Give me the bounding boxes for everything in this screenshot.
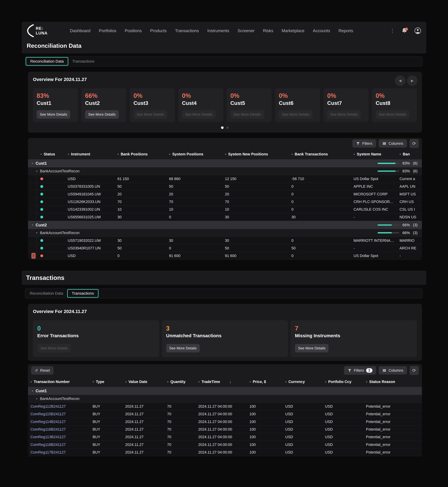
status-dot — [40, 185, 43, 188]
filters-button[interactable]: Filters — [352, 139, 376, 148]
caret-down-icon[interactable]: ▾ — [36, 170, 37, 173]
see-more-details-button[interactable]: See More Details — [295, 344, 328, 353]
see-more-details-button[interactable]: See More Details — [166, 344, 200, 353]
table-row[interactable]: ComReg115B241127BUY2024.11.27702024.11.2… — [28, 410, 422, 418]
account-avatar[interactable] — [414, 27, 421, 34]
carousel-prev-button[interactable]: ◀ — [395, 75, 405, 86]
nav-item-reports[interactable]: Reports — [338, 28, 353, 33]
reset-button[interactable]: ↺ Reset — [31, 366, 54, 375]
table-row[interactable]: USD61 15068 86012 150-56 710US Dollar Sp… — [28, 175, 422, 183]
sort-descending-icon[interactable]: ↓ — [229, 380, 231, 384]
columns-button[interactable]: Columns — [379, 139, 407, 148]
cell-system_new_positions: 10 — [223, 207, 289, 212]
caret-down-icon[interactable]: ▾ — [249, 380, 251, 384]
tx-refresh-button[interactable]: ⟳ — [409, 366, 419, 375]
caret-down-icon[interactable]: ▾ — [167, 380, 168, 384]
caret-down-icon[interactable]: ▾ — [36, 231, 37, 235]
caret-down-icon[interactable]: ▾ — [353, 153, 355, 156]
status-cell: ! — [28, 252, 65, 259]
caret-down-icon[interactable]: ▾ — [125, 380, 127, 384]
caret-down-icon[interactable]: ▾ — [31, 380, 32, 384]
warn-gutter — [31, 190, 37, 198]
tab-reconciliation-data[interactable]: Reconciliation Data — [26, 57, 68, 66]
nav-item-marketplace[interactable]: Marketplace — [282, 28, 304, 33]
progress-bar — [377, 224, 399, 226]
caret-down-icon[interactable]: ▾ — [400, 153, 401, 156]
tab-transactions[interactable]: Transactions — [68, 57, 98, 66]
group-row[interactable]: ▾Cust266%(3) — [28, 221, 422, 229]
table-row[interactable]: US12626K2033.UN7070700CRH PLC-SPONSOR…CR… — [28, 198, 422, 206]
caret-down-icon[interactable]: ▾ — [291, 153, 293, 156]
tx-filters-button[interactable]: Filters 1 — [344, 366, 376, 375]
cell-5: 100 — [247, 435, 283, 439]
see-more-details-button[interactable]: See More Details — [37, 110, 70, 119]
table-row[interactable]: US6556631025.UW3003030-NDSN US — [28, 213, 422, 221]
table-row[interactable]: US5719032022.UW3030300MARRIOTT INTERNA…M… — [28, 237, 422, 244]
caret-down-icon[interactable]: ▾ — [40, 153, 42, 156]
nav-item-products[interactable]: Products — [150, 28, 167, 33]
group-row[interactable]: ▾Cust1 — [28, 387, 422, 395]
nav-item-risks[interactable]: Risks — [263, 28, 273, 33]
cell-system_positions: 20 — [167, 192, 222, 196]
tab-transactions-2[interactable]: Transactions — [67, 289, 98, 298]
table-row[interactable]: US0378331005.UN5050500APPLE INCAAPL UN — [28, 183, 422, 190]
cell-5: 100 — [247, 412, 283, 416]
subgroup-row[interactable]: ▾BankAccountTestRecon — [28, 395, 422, 403]
column-header: ▾Transaction Number — [28, 380, 90, 384]
caret-down-icon[interactable]: ▾ — [32, 389, 33, 393]
caret-down-icon[interactable]: ▾ — [117, 153, 119, 156]
column-header-label: Transaction Number — [34, 380, 70, 384]
nav-item-accounts[interactable]: Accounts — [313, 28, 330, 33]
transaction-number-link[interactable]: ComReg114B241127 — [28, 420, 90, 424]
tx-columns-button[interactable]: Columns — [379, 366, 407, 375]
subgroup-row[interactable]: ▾BankAccountTestRecon66%(3) — [28, 229, 422, 237]
warn-gutter — [31, 237, 37, 244]
caret-down-icon[interactable]: ▾ — [36, 397, 37, 400]
transaction-number-link[interactable]: ComReg117B241127 — [28, 450, 90, 454]
nav-item-transactions[interactable]: Transactions — [175, 28, 199, 33]
tab-reconciliation-data-2[interactable]: Reconciliation Data — [26, 289, 67, 298]
nav-item-screener[interactable]: Screener — [238, 28, 255, 33]
caret-down-icon[interactable]: ▾ — [325, 380, 326, 384]
table-row[interactable]: ComReg118B241127BUY2024.11.27702024.11.2… — [28, 441, 422, 448]
table-row[interactable]: US03940R1077.UN5005050-ARCH RE — [28, 244, 422, 252]
carousel-next-button[interactable]: ▶ — [407, 75, 417, 86]
transaction-number-link[interactable]: ComReg116B241127 — [28, 427, 90, 432]
caret-down-icon[interactable]: ▾ — [32, 162, 33, 165]
transaction-number-link[interactable]: ComReg115B241127 — [28, 412, 90, 416]
table-row[interactable]: US5949181045.UW2020200MICROSOFT CORPMSFT… — [28, 190, 422, 198]
notifications-bell-icon[interactable] — [401, 27, 408, 34]
refresh-button[interactable]: ⟳ — [409, 139, 419, 148]
caret-down-icon[interactable]: ▾ — [93, 380, 94, 384]
table-row[interactable]: !USD091 60091 6000US Dollar Spot- — [28, 252, 422, 260]
transaction-number-link[interactable]: ComReg112B241127 — [28, 404, 90, 408]
nav-item-dashboard[interactable]: Dashboard — [70, 28, 90, 33]
nav-item-instruments[interactable]: Instruments — [207, 28, 229, 33]
nav-item-positions[interactable]: Positions — [125, 28, 142, 33]
table-row[interactable]: US1423391002.UN1010100CARLISLE COS INCCS… — [28, 206, 422, 213]
caret-down-icon[interactable]: ▾ — [198, 380, 200, 384]
caret-down-icon[interactable]: ▾ — [169, 153, 170, 156]
table-row[interactable]: ComReg114B241127BUY2024.11.27702024.11.2… — [28, 418, 422, 426]
subgroup-row[interactable]: ▾BankAccountTestRecon83%(6) — [28, 167, 422, 175]
caret-down-icon[interactable]: ▾ — [366, 380, 368, 384]
table-row[interactable]: ComReg117B241127BUY2024.11.27702024.11.2… — [28, 448, 422, 456]
carousel-dot[interactable] — [226, 126, 229, 129]
table-row[interactable]: ComReg113B241127BUY2024.11.27702024.11.2… — [28, 433, 422, 441]
app-logo[interactable]: RE: LUNA — [27, 24, 48, 38]
group-row[interactable]: ▾Cust183%(6) — [28, 159, 422, 167]
caret-down-icon[interactable]: ▾ — [32, 223, 33, 227]
carousel-dot-active[interactable] — [221, 126, 224, 129]
see-more-details-button[interactable]: See More Details — [85, 110, 119, 119]
reset-label: Reset — [40, 368, 50, 373]
nav-item-portfolios[interactable]: Portfolios — [99, 28, 116, 33]
table-row[interactable]: ComReg112B241127BUY2024.11.27702024.11.2… — [28, 403, 422, 410]
kebab-menu-icon[interactable]: ⋮ — [390, 28, 395, 33]
transaction-number-link[interactable]: ComReg113B241127 — [28, 435, 90, 439]
caret-down-icon[interactable]: ▾ — [285, 380, 287, 384]
transaction-number-link[interactable]: ComReg118B241127 — [28, 443, 90, 447]
table-row[interactable]: ComReg116B241127BUY2024.11.27702024.11.2… — [28, 426, 422, 433]
caret-down-icon[interactable]: ▾ — [68, 153, 69, 156]
caret-down-icon[interactable]: ▾ — [225, 153, 226, 156]
column-header-label: TradeTime — [201, 380, 220, 384]
